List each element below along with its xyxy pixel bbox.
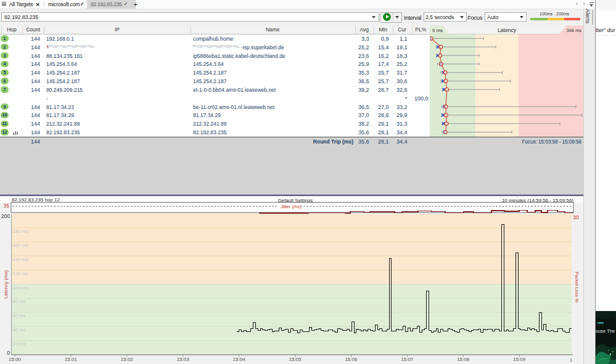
svg-text:15:02: 15:02 [121,357,134,362]
svg-text:80 ms: 80 ms [12,299,26,304]
svg-text:15:07: 15:07 [401,357,414,362]
svg-text:15:06: 15:06 [345,357,358,362]
svg-text:160 ms: 160 ms [12,243,28,248]
svg-text:140 ms: 140 ms [12,257,28,262]
svg-text:15:04: 15:04 [233,357,246,362]
svg-text:20 ms: 20 ms [12,341,26,347]
svg-text:15:05: 15:05 [289,357,302,362]
svg-text:35: 35 [4,203,10,209]
svg-text:1: 1 [570,357,573,363]
svg-text:40 ms: 40 ms [12,327,26,333]
svg-text:100 ms: 100 ms [12,285,28,291]
svg-text:0 ms: 0 ms [432,28,443,33]
svg-text:348 ms: 348 ms [566,28,581,33]
svg-text:15:01: 15:01 [65,357,78,362]
svg-text:Packet Loss %: Packet Loss % [574,272,580,302]
svg-text:120 ms: 120 ms [12,271,28,277]
svg-text:180 ms: 180 ms [12,229,28,234]
svg-text:Jitter (ms): Jitter (ms) [281,204,302,209]
svg-text:200: 200 [1,213,10,219]
svg-text:0: 0 [7,350,10,356]
svg-text:30: 30 [573,214,579,220]
svg-text:Latency: Latency [498,27,517,33]
svg-text:15:03: 15:03 [177,357,190,362]
svg-text:15:08: 15:08 [457,357,470,362]
svg-text:82.192.83.235 hop 12: 82.192.83.235 hop 12 [12,197,60,203]
svg-text:Latency (ms): Latency (ms) [3,270,9,299]
svg-text:ouse The: ouse The [596,328,615,334]
svg-text:15:00: 15:00 [9,357,22,362]
svg-text:60 ms: 60 ms [12,313,26,318]
svg-text:15:09: 15:09 [513,357,526,362]
